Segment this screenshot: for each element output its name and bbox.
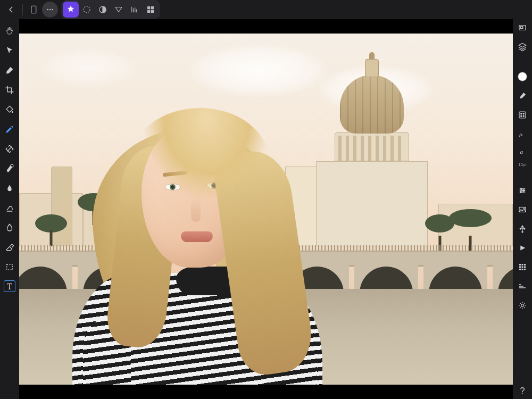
move-tool[interactable] <box>3 44 16 57</box>
svg-rect-31 <box>524 264 526 265</box>
svg-rect-9 <box>151 10 154 13</box>
svg-rect-12 <box>7 264 13 270</box>
persona-tonemap[interactable] <box>95 2 111 18</box>
hand-tool[interactable] <box>3 24 16 37</box>
document-canvas[interactable] <box>19 34 513 385</box>
svg-rect-37 <box>524 269 526 270</box>
svg-rect-14 <box>520 27 523 29</box>
svg-point-38 <box>521 304 524 307</box>
color-picker-tool[interactable] <box>3 123 16 136</box>
svg-rect-34 <box>524 267 526 268</box>
svg-point-26 <box>520 228 521 229</box>
left-tool-strip <box>0 19 19 399</box>
flood-fill-tool[interactable] <box>3 103 16 116</box>
persona-develop[interactable] <box>111 2 127 18</box>
svg-point-28 <box>522 231 523 232</box>
svg-point-19 <box>523 115 524 117</box>
erase-tool[interactable] <box>3 241 16 254</box>
clone-tool[interactable] <box>3 162 16 175</box>
crop-tool[interactable] <box>3 84 16 96</box>
svg-point-27 <box>524 228 525 229</box>
stock-studio-icon[interactable] <box>516 261 529 273</box>
persona-panels[interactable] <box>143 2 159 18</box>
current-color-swatch <box>518 72 527 81</box>
svg-rect-33 <box>522 267 523 268</box>
assets-studio-icon[interactable] <box>516 299 529 312</box>
svg-rect-29 <box>519 264 521 265</box>
help-button[interactable]: ? <box>513 386 532 396</box>
font-size-label: 12pt <box>518 163 527 167</box>
svg-text:fx: fx <box>519 132 523 137</box>
more-button[interactable] <box>42 2 58 18</box>
layers-studio-icon[interactable] <box>516 40 529 53</box>
svg-text:a: a <box>520 148 523 155</box>
svg-rect-8 <box>147 10 150 13</box>
svg-rect-36 <box>522 269 523 270</box>
svg-point-4 <box>84 6 90 13</box>
svg-rect-15 <box>519 112 526 118</box>
svg-point-23 <box>523 190 525 192</box>
persona-switcher <box>61 0 160 19</box>
back-button[interactable] <box>3 2 19 18</box>
svg-point-24 <box>520 192 522 193</box>
dodge-tool[interactable] <box>3 182 16 195</box>
app-root: fx a 12pt ? <box>0 0 532 399</box>
right-studio-strip: fx a 12pt ? <box>513 19 532 399</box>
document-menu-button[interactable] <box>26 2 42 18</box>
character-studio-icon[interactable]: a <box>516 147 529 156</box>
svg-rect-32 <box>519 267 521 268</box>
fx-studio-icon[interactable]: fx <box>516 128 529 140</box>
paint-brush-tool[interactable] <box>3 64 16 77</box>
canvas-subject <box>51 60 306 385</box>
marquee-tool[interactable] <box>3 261 16 273</box>
transform-studio-icon[interactable] <box>516 222 529 235</box>
svg-rect-30 <box>522 264 523 265</box>
smudge-tool[interactable] <box>3 202 16 214</box>
swatches-studio-icon[interactable] <box>516 109 529 121</box>
svg-point-18 <box>521 115 522 117</box>
histogram-studio-icon[interactable] <box>516 203 529 216</box>
text-tool[interactable] <box>4 280 15 292</box>
persona-export[interactable] <box>127 2 143 18</box>
top-toolbar <box>0 0 532 19</box>
navigator-studio-icon[interactable] <box>516 21 529 34</box>
persona-photo[interactable] <box>63 2 79 18</box>
svg-point-22 <box>520 188 522 190</box>
snapshots-studio-icon[interactable] <box>516 280 529 293</box>
color-swatch[interactable] <box>516 70 529 83</box>
svg-point-17 <box>523 113 524 114</box>
svg-point-16 <box>521 113 522 114</box>
canvas-area <box>19 19 513 399</box>
svg-point-3 <box>52 9 53 11</box>
svg-rect-7 <box>151 6 154 9</box>
healing-brush-tool[interactable] <box>3 143 16 155</box>
adjustments-studio-icon[interactable] <box>516 184 529 197</box>
svg-point-2 <box>49 9 51 11</box>
svg-rect-6 <box>147 6 150 9</box>
persona-liquify[interactable] <box>79 2 95 18</box>
svg-point-1 <box>47 9 48 11</box>
svg-rect-35 <box>519 269 521 270</box>
svg-point-10 <box>12 111 13 113</box>
history-studio-icon[interactable] <box>516 242 529 254</box>
brush-studio-icon[interactable] <box>516 89 529 102</box>
divider <box>22 4 23 15</box>
blur-tool[interactable] <box>3 221 16 234</box>
